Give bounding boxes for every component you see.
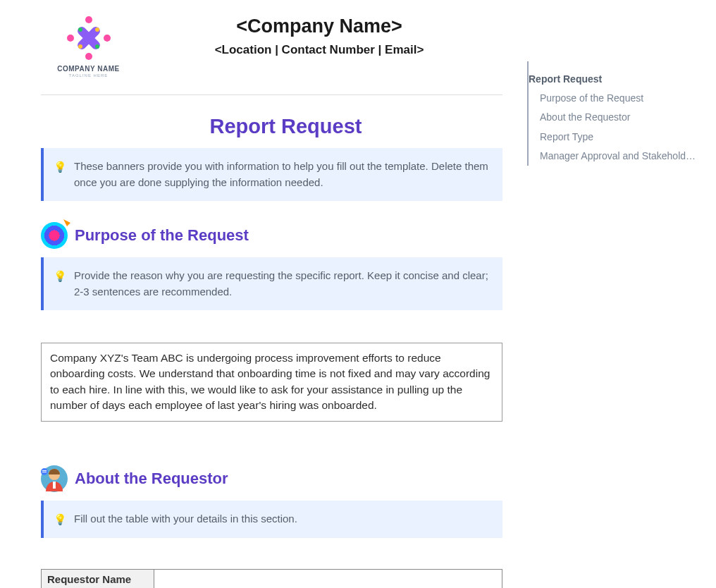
svg-point-1 [104,35,111,42]
divider [41,94,502,95]
requestor-banner: 💡 Fill out the table with your details i… [41,501,502,539]
person-icon [41,465,68,492]
svg-point-0 [85,16,92,23]
svg-point-11 [95,44,99,49]
target-icon [41,222,68,249]
outline-item[interactable]: About the Requestor [529,108,706,127]
title-block: <Company Name> <Location | Contact Numbe… [136,14,502,57]
outline-item-active[interactable]: Report Request [529,70,706,89]
requestor-heading: About the Requestor [41,465,502,492]
purpose-title: Purpose of the Request [75,226,249,245]
outline-item[interactable]: Purpose of the Request [529,89,706,108]
logo-label: COMPANY NAME [57,65,119,73]
logo-block: COMPANY NAME TAGLINE HERE [41,14,136,78]
logo-icon [65,14,113,62]
bulb-icon: 💡 [54,269,67,285]
intro-banner: 💡 These banners provide you with informa… [41,148,502,201]
page-title: Report Request [69,115,502,138]
requestor-section: About the Requestor 💡 Fill out the table… [41,465,502,588]
company-subtitle: <Location | Contact Number | Email> [136,43,502,57]
purpose-section: Purpose of the Request 💡 Provide the rea… [41,222,502,422]
svg-point-10 [78,44,82,49]
svg-rect-13 [53,482,56,489]
requestor-title: About the Requestor [75,470,228,488]
requestor-table: Requestor Name Department [41,569,502,588]
table-value[interactable] [154,570,502,588]
svg-point-3 [67,35,74,42]
svg-point-9 [95,27,99,32]
svg-point-2 [85,53,92,60]
outline-item[interactable]: Report Type [529,128,706,147]
purpose-banner-text: Provide the reason why you are requestin… [74,268,491,300]
svg-rect-15 [42,470,47,471]
purpose-body[interactable]: Company XYZ's Team ABC is undergoing pro… [41,343,502,422]
table-label: Requestor Name [42,570,154,588]
table-row: Requestor Name [42,570,502,588]
purpose-banner: 💡 Provide the reason why you are request… [41,257,502,310]
svg-rect-16 [42,472,47,472]
requestor-banner-text: Fill out the table with your details in … [74,511,297,527]
svg-point-8 [78,27,82,32]
outline-item[interactable]: Manager Approval and Stakeholder I... [529,147,698,166]
document-main: COMPANY NAME TAGLINE HERE <Company Name>… [41,14,502,588]
bulb-icon: 💡 [54,512,67,528]
bulb-icon: 💡 [54,159,67,176]
header: COMPANY NAME TAGLINE HERE <Company Name>… [41,14,502,78]
intro-banner-text: These banners provide you with informati… [74,159,491,190]
company-name: <Company Name> [136,16,502,37]
logo-tagline: TAGLINE HERE [69,73,109,78]
purpose-heading: Purpose of the Request [41,222,502,249]
outline-sidebar: Report Request Purpose of the Request Ab… [527,61,706,166]
